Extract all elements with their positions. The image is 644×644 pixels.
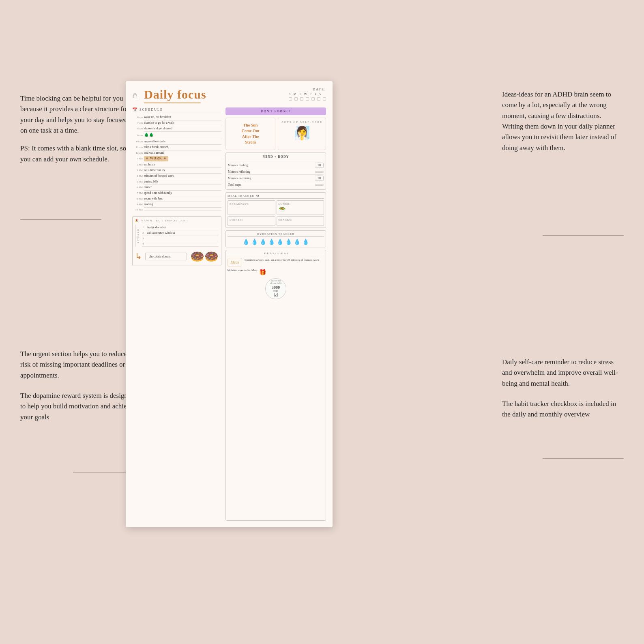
hydration-header: HYDRATION TRACKER xyxy=(228,232,324,237)
yawn-section: 🎉 YAWN, BUT IMPORTANT REWARD 1 fridge de… xyxy=(132,216,221,266)
donut-emoji: 🍩🍩 xyxy=(190,250,219,263)
mind-body-row-steps: Total steps xyxy=(228,182,324,187)
mind-body-row-exercising: Minutes exercising 30 xyxy=(228,175,324,182)
planner-title: Daily focus xyxy=(144,88,206,101)
schedule-section: 📅 SCHEDULE 6 am wake up, eat breakfast 7… xyxy=(132,107,221,212)
schedule-row: 7 am exercise or go for a walk xyxy=(132,120,221,126)
dont-forget-section: DON'T FORGET xyxy=(225,107,326,115)
steps-number: 5000 xyxy=(272,285,280,290)
schedule-row: 2 PM eat lunch xyxy=(132,162,221,168)
reward-row: 1 fridge declutter xyxy=(142,225,219,230)
drop-2: 💧 xyxy=(251,238,258,245)
steps-around-text: Stay on topof your habit xyxy=(270,279,281,284)
mind-body-value-reflecting xyxy=(315,171,324,173)
self-care-emoji: 🧖‍♀️ xyxy=(281,125,323,141)
reward-food: chocolate donuts xyxy=(145,253,187,260)
mind-body-value-reading: 30 xyxy=(315,163,324,168)
meal-cell-snacks: SNACKS: xyxy=(277,216,324,226)
schedule-row: 6 am wake up, eat breakfast xyxy=(132,115,221,120)
hydration-drops: 💧 💧 💧 💧 💧 💧 💧 💧 xyxy=(228,238,324,245)
right-bottom-paragraph2: The habit tracker checkbox is included i… xyxy=(502,399,624,420)
ideas-section: IDEAS-IDEAS Ideas Complete a work task, … xyxy=(225,250,326,521)
dont-forget-label: DON'T FORGET xyxy=(261,109,291,113)
left-top-divider xyxy=(20,219,101,220)
reward-row: 4 xyxy=(142,241,219,247)
mind-body-label-reading: Minutes reading xyxy=(228,163,248,167)
ideas-tasks-text: Complete a work task, set a timer for 25… xyxy=(245,258,324,266)
left-bottom-paragraph2: The dopamine reward system is designed t… xyxy=(20,391,138,423)
drop-8: 💧 xyxy=(302,238,309,245)
checkbox-icon: ☑ xyxy=(274,292,278,298)
ideas-content: Ideas Complete a work task, set a timer … xyxy=(228,258,324,266)
steps-circle: Stay on topof your habit 5000 steps ☑ xyxy=(228,278,324,299)
schedule-row: 4 PM minutes of focused work xyxy=(132,174,221,179)
mind-body-value-exercising: 30 xyxy=(315,176,324,181)
mind-body-row-reflecting: Minutes reflecting xyxy=(228,169,324,175)
right-bottom-divider xyxy=(543,458,624,459)
lunch-emoji: 🥗 xyxy=(279,206,322,213)
schedule-row: 6 PM dinner xyxy=(132,185,221,191)
schedule-row: 10 am respond to emails xyxy=(132,139,221,145)
reward-row: 2 call assurance wireless xyxy=(142,230,219,236)
calendar-icon: 📅 xyxy=(132,107,138,112)
schedule-header: 📅 SCHEDULE xyxy=(132,107,221,113)
reward-section: REWARD 1 fridge declutter 2 call assuran… xyxy=(135,225,219,247)
schedule-row: 12 am and walk around xyxy=(132,150,221,156)
sun-illustration: The SunCome OutAfter TheStrom xyxy=(225,118,275,150)
party-icon: 🎉 xyxy=(135,219,140,222)
mind-body-value-steps xyxy=(315,184,324,186)
right-bottom-annotation: Daily self-care reminder to reduce stres… xyxy=(502,357,624,420)
right-bottom-paragraph1: Daily self-care reminder to reduce stres… xyxy=(502,357,624,389)
meal-tracker-label: MEAL TRACKER xyxy=(228,194,254,197)
schedule-row: 11 am take a break, stretch, xyxy=(132,145,221,150)
meal-cell-lunch: LUNCH: 🥗 xyxy=(277,200,324,215)
mind-body-label-exercising: Minutes exercising xyxy=(228,176,251,180)
schedule-row: 8 PM zoom with Jess xyxy=(132,196,221,202)
drop-4: 💧 xyxy=(268,238,275,245)
ideas-header: IDEAS-IDEAS xyxy=(228,252,324,256)
mind-body-label-steps: Total steps xyxy=(228,183,241,187)
mind-body-section: MIND + BODY Minutes reading 30 Minutes r… xyxy=(225,152,326,190)
meal-grid: BREAKFAST: LUNCH: 🥗 DINNER: SNACKS: xyxy=(228,200,324,226)
ideas-label-text: Ideas xyxy=(230,260,239,264)
mind-body-label-reflecting: Minutes reflecting xyxy=(228,170,250,174)
mind-body-row-reading: Minutes reading 30 xyxy=(228,162,324,169)
schedule-row: 7 PM spend time with family xyxy=(132,191,221,196)
self-care-section: ACTS OF SELF-CARE 🧖‍♀️ xyxy=(278,118,326,150)
birthday-emoji: 🎁 xyxy=(259,268,266,277)
left-top-paragraph2: PS: It comes with a blank time slot, so … xyxy=(20,143,134,165)
reward-arrow-icon: ↳ xyxy=(135,251,142,261)
right-top-annotation: Ideas-ideas for an ADHD brain seem to co… xyxy=(502,89,624,153)
steps-circle-outer: Stay on topof your habit 5000 steps ☑ xyxy=(265,278,286,299)
drop-5: 💧 xyxy=(277,238,283,245)
meal-tracker-section: MEAL TRACKER 🍽 BREAKFAST: LUNCH: 🥗 DINNE… xyxy=(225,192,326,228)
schedule-label: SCHEDULE xyxy=(140,108,163,112)
birthday-text: birthday surprise for Mary xyxy=(228,268,258,273)
day-labels: S M T W T F S xyxy=(289,92,326,96)
reward-label: REWARD xyxy=(135,225,141,247)
drop-3: 💧 xyxy=(260,238,266,245)
meal-tracker-header: MEAL TRACKER 🍽 xyxy=(228,194,324,199)
house-icon: ⌂ xyxy=(132,90,137,101)
schedule-row-work: 1 PM ✦ WORK ✦ xyxy=(132,156,221,162)
reward-row: 3 xyxy=(142,236,219,241)
schedule-row: 9 PM reading xyxy=(132,202,221,208)
ideas-label-box: Ideas xyxy=(228,258,242,266)
left-bottom-annotation: The urgent section helps you to reduce t… xyxy=(20,349,138,423)
self-care-header: ACTS OF SELF-CARE xyxy=(281,120,323,124)
date-section: DATE: S M T W T F S xyxy=(289,88,326,101)
right-top-paragraph1: Ideas-ideas for an ADHD brain seem to co… xyxy=(502,89,624,153)
planner-document: ⌂ Daily focus DATE: S M T W T F S xyxy=(126,81,333,527)
schedule-row: 10 PM xyxy=(132,208,221,212)
right-top-divider xyxy=(543,235,624,236)
reward-bottom: ↳ chocolate donuts 🍩🍩 xyxy=(135,250,219,263)
meal-icon: 🍽 xyxy=(256,194,259,197)
hydration-section: HYDRATION TRACKER 💧 💧 💧 💧 💧 💧 💧 💧 xyxy=(225,230,326,247)
schedule-row: 8 am shower and get dressed xyxy=(132,126,221,132)
schedule-row: 5 PM paying bills xyxy=(132,179,221,185)
yawn-header: 🎉 YAWN, BUT IMPORTANT xyxy=(135,219,219,222)
schedule-row: 3 PM set a timer for 25 xyxy=(132,168,221,174)
drop-1: 💧 xyxy=(243,238,249,245)
mind-body-header: MIND + BODY xyxy=(228,155,324,160)
birthday-note: birthday surprise for Mary 🎁 xyxy=(228,268,324,277)
